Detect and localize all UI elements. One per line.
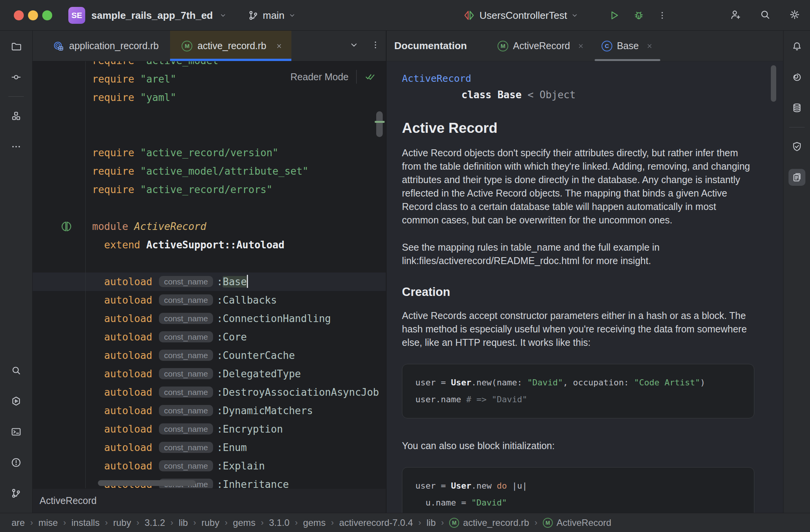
tool-stripe-button-problems[interactable]: [8, 454, 25, 471]
stripe-divider: [789, 127, 805, 127]
breadcrumb-label: gems: [303, 517, 326, 528]
code-line: autoload const_name:Base: [33, 273, 386, 291]
code-line: [33, 125, 386, 144]
code-editor[interactable]: require "active_model"require "arel"requ…: [33, 61, 386, 488]
titlebar: SE sample_rails_app_7th_ed main UsersCon…: [0, 0, 810, 31]
gear-button[interactable]: [789, 8, 801, 22]
tool-stripe-button-terminal[interactable]: [8, 423, 25, 440]
close-tab-icon[interactable]: [275, 42, 283, 50]
doc-tab-Base[interactable]: CBase: [593, 31, 662, 61]
close-window-button[interactable]: [14, 10, 24, 20]
code-line: require "active_record/errors": [33, 180, 386, 199]
breadcrumb-item-3.1.0[interactable]: 3.1.0: [269, 517, 289, 528]
tab-label: ActiveRecord: [513, 40, 570, 51]
code-line: autoload const_name:Explain: [33, 457, 386, 475]
doc-paragraph: Active Record objects don't specify thei…: [402, 146, 754, 227]
branch-name: main: [263, 10, 284, 21]
code-line: user.name # => "David": [415, 391, 741, 408]
editor-status-label: ActiveRecord: [40, 495, 97, 506]
tool-stripe-button-more[interactable]: [8, 138, 25, 155]
documentation-title: Documentation: [394, 31, 467, 61]
breadcrumb-item-activerecord-7.0.4[interactable]: activerecord-7.0.4: [339, 517, 413, 528]
tool-stripe-button-folder[interactable]: [8, 38, 25, 55]
run-configuration-selector[interactable]: UsersControllerTest: [463, 0, 579, 31]
gear-icon: [789, 8, 801, 21]
breadcrumb-separator: ›: [441, 518, 444, 528]
tool-stripe-button-shield-check[interactable]: [789, 138, 805, 155]
tab-options-button[interactable]: [370, 40, 380, 50]
run-button[interactable]: [608, 9, 620, 21]
tool-stripe-button-search[interactable]: [8, 362, 25, 379]
breadcrumb-item-active_record.rb[interactable]: Mactive_record.rb: [449, 517, 529, 528]
module-badge-icon: M: [449, 518, 459, 528]
chevron-down-icon: [288, 12, 296, 19]
code-line: autoload const_name:ConnectionHandling: [33, 309, 386, 328]
breadcrumb-separator: ›: [225, 518, 227, 528]
minimize-window-button[interactable]: [28, 10, 38, 20]
editor-horizontal-scrollbar[interactable]: [98, 480, 196, 486]
tool-stripe-button-documentation[interactable]: [789, 169, 805, 186]
breadcrumb-item-gems[interactable]: gems: [233, 517, 256, 528]
code-line: autoload const_name:DestroyAssociationAs…: [33, 383, 386, 401]
breadcrumb-item-gems[interactable]: gems: [303, 517, 326, 528]
code-line: user = User.new do |u|: [415, 477, 741, 494]
editor-tab-application_record.rb[interactable]: application_record.rb: [41, 31, 170, 61]
chevron-down-icon[interactable]: [219, 12, 227, 19]
breadcrumb-label: installs: [71, 517, 99, 528]
editor-tab-active_record.rb[interactable]: Mactive_record.rb: [170, 31, 291, 61]
close-tab-icon[interactable]: [577, 42, 585, 50]
tool-stripe-button-bell[interactable]: [789, 38, 805, 55]
editor-vertical-scrollbar[interactable]: [376, 111, 383, 137]
breadcrumb-label: gems: [233, 517, 256, 528]
tab-label: Base: [617, 40, 639, 51]
zoom-window-button[interactable]: [42, 10, 52, 20]
breadcrumb-item-are[interactable]: are: [12, 517, 25, 528]
breadcrumb-item-installs[interactable]: installs: [71, 517, 99, 528]
reader-mode-label[interactable]: Reader Mode: [291, 71, 349, 83]
editor-status-bar: ActiveRecord: [33, 488, 386, 513]
documentation-header: Documentation MActiveRecordCBase: [387, 31, 783, 61]
terminal-icon: [10, 426, 22, 438]
search-button[interactable]: [759, 8, 771, 22]
doc-namespace-link[interactable]: ActiveRecord: [402, 73, 471, 84]
breadcrumb-item-ruby[interactable]: ruby: [113, 517, 131, 528]
more-actions-button[interactable]: [657, 10, 667, 20]
documentation-content: ActiveRecord class Base < Object Active …: [387, 61, 783, 513]
code-line: user = User.new(name: "David", occupatio…: [415, 374, 741, 391]
add-user-button[interactable]: [729, 8, 742, 22]
scrollbar-position-marker: [375, 121, 385, 123]
problems-icon: [10, 457, 22, 468]
breadcrumb-item-lib[interactable]: lib: [426, 517, 436, 528]
close-tab-icon[interactable]: [646, 42, 653, 50]
doc-paragraph: You can also use block initialization:: [402, 439, 754, 453]
module-gutter-icon[interactable]: [60, 220, 73, 233]
tool-stripe-button-database[interactable]: [789, 99, 805, 116]
class-badge-icon: C: [602, 41, 612, 51]
breadcrumb-label: mise: [38, 517, 58, 528]
breadcrumb-item-3.1.2[interactable]: 3.1.2: [145, 517, 165, 528]
folder-icon: [10, 41, 22, 52]
doc-tab-ActiveRecord[interactable]: MActiveRecord: [489, 31, 593, 61]
debug-button[interactable]: [633, 9, 645, 21]
tool-stripe-button-ai-assistant[interactable]: [789, 69, 805, 86]
breadcrumb-item-lib[interactable]: lib: [179, 517, 188, 528]
breadcrumb-item-ruby[interactable]: ruby: [202, 517, 220, 528]
tool-stripe-button-services[interactable]: [8, 393, 25, 410]
breadcrumb-item-ActiveRecord[interactable]: MActiveRecord: [543, 517, 612, 528]
hidden-tabs-dropdown-button[interactable]: [349, 40, 359, 50]
record-icon: [53, 40, 64, 52]
breadcrumb-label: 3.1.2: [145, 517, 165, 528]
tool-stripe-button-commit[interactable]: [8, 69, 25, 86]
ide-window: SE sample_rails_app_7th_ed main UsersCon…: [0, 0, 810, 532]
code-line: require "active_model": [33, 61, 386, 70]
doc-vertical-scrollbar[interactable]: [771, 65, 776, 102]
run-configuration-name: UsersControllerTest: [479, 10, 567, 21]
project-switcher[interactable]: sample_rails_app_7th_ed: [91, 10, 213, 21]
gutter-divider: [85, 61, 86, 488]
inspections-ok-icon[interactable]: [364, 71, 376, 83]
branch-widget[interactable]: main: [248, 10, 296, 21]
tool-stripe-button-structure[interactable]: [8, 107, 25, 124]
tool-stripe-button-git-branch[interactable]: [8, 485, 25, 502]
code-line: [33, 254, 386, 273]
breadcrumb-item-mise[interactable]: mise: [38, 517, 58, 528]
